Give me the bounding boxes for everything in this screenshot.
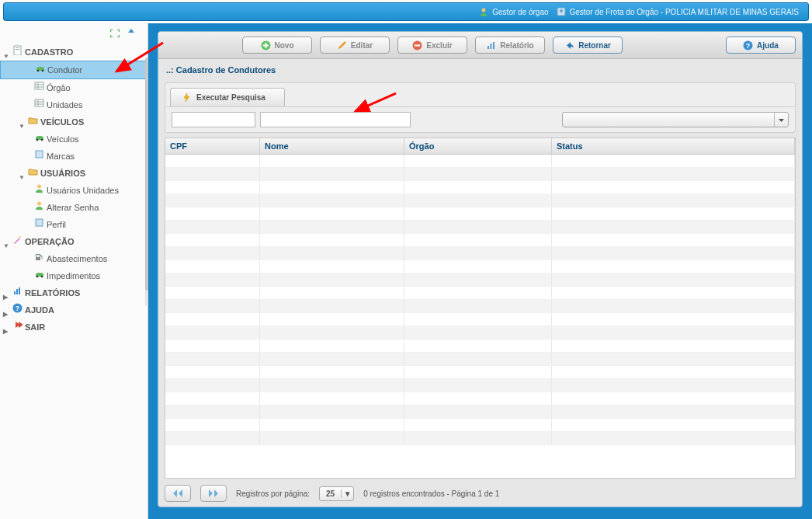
tree-toggle-icon[interactable] (3, 324, 10, 331)
chevron-down-icon[interactable] (774, 113, 788, 127)
col-cpf[interactable]: CPF (165, 138, 260, 154)
table-row (165, 207, 795, 221)
table-row (165, 234, 795, 247)
svg-rect-4 (16, 47, 19, 48)
table-row (165, 168, 795, 181)
nav-item-usu-rios-unidades[interactable]: Usuários Unidades (0, 182, 147, 199)
nav-item-perfil[interactable]: Perfil (0, 216, 147, 233)
table-row (165, 300, 795, 313)
nav-item-ve-culos[interactable]: VEÍCULOS (0, 113, 147, 131)
nav-item-label: Impedimentos (47, 268, 100, 284)
filter-orgao-combo[interactable] (562, 112, 789, 127)
filter-cpf-input[interactable] (172, 112, 255, 127)
main-panel: Novo Editar Excluir Relatório Retornar (158, 31, 803, 507)
nav-item-label: Abastecimentos (47, 251, 107, 266)
svg-rect-21 (36, 219, 43, 226)
folder-icon (28, 114, 38, 130)
nav-item-label: OPERAÇÃO (25, 234, 75, 249)
nav-item-cadastro[interactable]: CADASTRO (0, 44, 147, 61)
retornar-button[interactable]: Retornar (553, 37, 623, 54)
tag-icon (34, 217, 44, 232)
table-row (165, 194, 795, 207)
table-row (165, 273, 795, 287)
tree-toggle-icon[interactable] (3, 307, 10, 314)
editar-button[interactable]: Editar (320, 37, 390, 54)
col-status[interactable]: Status (552, 138, 795, 154)
tree-toggle-icon[interactable] (3, 239, 10, 246)
table-row (165, 155, 795, 168)
pager-next-button[interactable] (200, 485, 227, 502)
nav-item-label: Perfil (47, 217, 66, 232)
tree-toggle-icon[interactable] (19, 170, 26, 177)
nav-item-unidades[interactable]: Unidades (0, 96, 147, 113)
header-bar: Gestor de órgao Gestor de Frota do Orgão… (3, 2, 809, 21)
nav-item-impedimentos[interactable]: Impedimentos (0, 267, 147, 284)
nav-item-opera-o[interactable]: OPERAÇÃO (0, 233, 147, 250)
table-row (165, 181, 795, 194)
col-orgao[interactable]: Órgão (404, 138, 552, 154)
nav-item-alterar-senha[interactable]: Alterar Senha (0, 199, 147, 216)
doc-icon (12, 44, 23, 60)
svg-rect-35 (488, 46, 489, 49)
folder-icon (28, 165, 38, 181)
svg-rect-27 (14, 291, 16, 294)
svg-rect-5 (16, 49, 19, 50)
nav-item-label: USUÁRIOS (40, 165, 85, 181)
svg-point-6 (37, 70, 40, 72)
header-user-context: Gestor de Frota do Orgão - POLICIA MILIT… (557, 7, 799, 16)
executar-pesquisa-button[interactable]: Executar Pesquisa (170, 88, 285, 106)
novo-button[interactable]: Novo (242, 37, 312, 54)
pager-status: 0 registros encontrados - Página 1 de 1 (363, 489, 499, 498)
collapse-all-icon[interactable] (126, 28, 137, 40)
grid-header: CPF Nome Órgão Status (165, 138, 795, 155)
tree-toggle-icon[interactable] (19, 119, 26, 126)
svg-rect-18 (36, 151, 43, 158)
nav-item-marcas[interactable]: Marcas (0, 148, 147, 165)
car-green-icon (34, 268, 44, 284)
sidebar: CADASTROCondutorÓrgãoUnidadesVEÍCULOSVeí… (0, 23, 148, 519)
action-toolbar: Novo Editar Excluir Relatório Retornar (158, 32, 802, 59)
nav-item-sair[interactable]: SAIR (0, 319, 147, 336)
nav-item--rg-o[interactable]: Órgão (0, 79, 147, 96)
nav-item-usu-rios[interactable]: USUÁRIOS (0, 165, 147, 182)
nav-item-relat-rios[interactable]: RELATÓRIOS (0, 284, 147, 301)
table-row (165, 260, 795, 273)
excluir-button[interactable]: Excluir (397, 37, 467, 54)
svg-point-2 (560, 9, 563, 12)
ajuda-button[interactable]: ? Ajuda (726, 37, 796, 54)
chevron-down-icon[interactable]: ▼ (341, 489, 353, 498)
page-size-select[interactable]: 25 ▼ (319, 486, 354, 501)
nav-item-label: CADASTRO (25, 44, 73, 60)
nav-tree: CADASTROCondutorÓrgãoUnidadesVEÍCULOSVeí… (0, 44, 147, 336)
user-icon (34, 183, 44, 198)
nav-item-label: SAIR (25, 319, 45, 335)
chart-icon (12, 285, 23, 301)
svg-point-19 (37, 185, 41, 189)
tree-toggle-icon[interactable] (3, 49, 10, 56)
tree-toggle-icon[interactable] (3, 290, 10, 297)
nav-item-label: Unidades (47, 97, 82, 113)
table-row (165, 406, 795, 419)
nav-item-abastecimentos[interactable]: Abastecimentos (0, 250, 147, 267)
nav-item-label: Usuários Unidades (47, 183, 119, 198)
nav-item-ajuda[interactable]: ?AJUDA (0, 301, 147, 319)
relatorio-button[interactable]: Relatório (475, 37, 545, 54)
pager-prev-button[interactable] (165, 485, 191, 502)
filter-nome-input[interactable] (260, 112, 411, 127)
nav-item-ve-culos[interactable]: Veículos (0, 131, 147, 148)
svg-point-7 (42, 70, 44, 72)
table-row (165, 432, 795, 445)
table-row (165, 287, 795, 300)
grid-icon (34, 80, 44, 96)
header-user-role: Gestor de órgao (479, 7, 548, 16)
svg-rect-28 (16, 289, 18, 294)
col-nome[interactable]: Nome (260, 138, 404, 154)
filter-row (165, 106, 795, 132)
svg-point-20 (37, 202, 41, 206)
nav-item-condutor[interactable]: Condutor (0, 61, 147, 79)
pager: Registros por página: 25 ▼ 0 registros e… (158, 479, 802, 507)
expand-all-icon[interactable] (109, 28, 120, 40)
main-area: Novo Editar Excluir Relatório Retornar (148, 23, 812, 519)
help-icon: ? (12, 302, 23, 318)
table-row (165, 419, 795, 432)
